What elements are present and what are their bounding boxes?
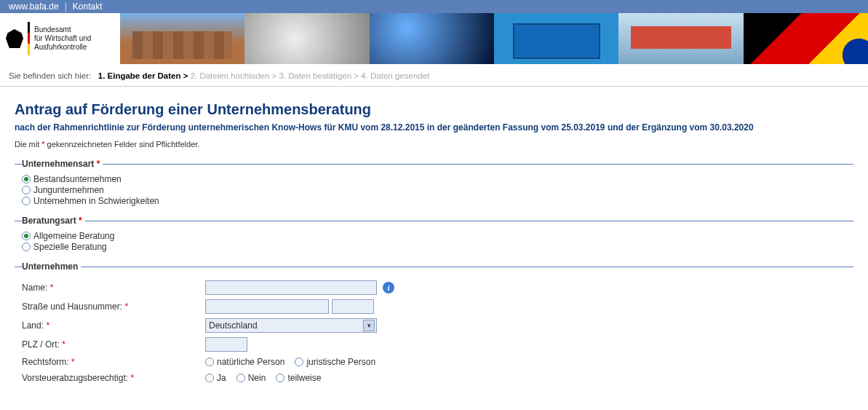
label-land: Land: * bbox=[22, 320, 205, 331]
radio-label: Spezielle Beratung bbox=[33, 242, 107, 252]
radio-label: Jungunternehmen bbox=[33, 185, 104, 195]
radio-icon bbox=[295, 358, 303, 366]
banner-image bbox=[120, 13, 244, 64]
radio-natuerliche-person[interactable]: natürliche Person bbox=[205, 357, 284, 367]
banner-image bbox=[744, 13, 868, 64]
radio-icon bbox=[205, 374, 214, 382]
top-bar: www.bafa.de | Kontakt bbox=[0, 0, 868, 13]
radio-label: natürliche Person bbox=[217, 357, 284, 367]
label-vorsteuer: Vorsteuerabzugsberechtigt: * bbox=[22, 373, 205, 383]
label-plz-ort: PLZ / Ort: * bbox=[22, 339, 205, 350]
breadcrumb-prefix: Sie befinden sich hier: bbox=[9, 71, 91, 80]
label-name: Name: * bbox=[22, 283, 205, 293]
site-link[interactable]: www.bafa.de bbox=[9, 1, 59, 12]
banner-image bbox=[244, 13, 369, 64]
page-subtitle: nach der Rahmenrichtlinie zur Förderung … bbox=[15, 122, 853, 133]
fieldset-unternehmensart: Unternehmensart * Bestandsunternehmen Ju… bbox=[15, 159, 853, 207]
legend-unternehmen: Unternehmen bbox=[22, 261, 81, 272]
separator: | bbox=[65, 1, 67, 12]
breadcrumb-step-2: 2. Dateien hochladen > bbox=[191, 71, 277, 80]
page-title: Antrag auf Förderung einer Unternehmensb… bbox=[15, 101, 853, 118]
breadcrumb-step-1: 1. Eingabe der Daten > bbox=[98, 71, 188, 80]
legend-unternehmensart: Unternehmensart * bbox=[22, 159, 103, 169]
banner-image bbox=[370, 13, 494, 64]
label-rechtsform: Rechtsform: * bbox=[22, 357, 205, 367]
logo-text: Bundesamt für Wirtschaft und Ausfuhrkont… bbox=[34, 25, 91, 52]
info-icon[interactable]: i bbox=[383, 282, 394, 293]
legend-beratungsart: Beratungsart * bbox=[22, 216, 85, 226]
radio-allgemeine-beratung[interactable]: Allgemeine Beratung bbox=[22, 231, 853, 241]
radio-label: Allgemeine Beratung bbox=[33, 231, 114, 241]
radio-vorsteuer-nein[interactable]: Nein bbox=[236, 373, 266, 383]
input-name[interactable] bbox=[205, 280, 377, 295]
radio-jungunternehmen[interactable]: Jungunternehmen bbox=[22, 185, 853, 195]
breadcrumb: Sie befinden sich hier: 1. Eingabe der D… bbox=[0, 64, 868, 87]
banner-images bbox=[120, 13, 868, 64]
contact-link[interactable]: Kontakt bbox=[73, 1, 103, 12]
radio-icon bbox=[276, 374, 284, 382]
select-value: Deutschland bbox=[209, 320, 258, 331]
banner-image bbox=[494, 13, 618, 64]
radio-label: teilweise bbox=[287, 373, 321, 383]
chevron-down-icon: ▾ bbox=[363, 320, 375, 331]
radio-icon bbox=[22, 197, 31, 205]
eagle-icon bbox=[6, 29, 23, 48]
select-land[interactable]: Deutschland ▾ bbox=[205, 318, 377, 333]
input-strasse[interactable] bbox=[205, 299, 329, 314]
radio-label: Nein bbox=[248, 373, 266, 383]
radio-spezielle-beratung[interactable]: Spezielle Beratung bbox=[22, 242, 853, 252]
radio-icon bbox=[22, 232, 31, 240]
radio-icon bbox=[22, 175, 31, 184]
radio-juristische-person[interactable]: juristische Person bbox=[295, 357, 375, 367]
radio-vorsteuer-ja[interactable]: Ja bbox=[205, 373, 226, 383]
breadcrumb-step-4: 4. Daten gesendet bbox=[361, 71, 429, 80]
header-banner: Bundesamt für Wirtschaft und Ausfuhrkont… bbox=[0, 13, 868, 64]
radio-label: Unternehmen in Schwierigkeiten bbox=[33, 196, 159, 206]
radio-label: juristische Person bbox=[306, 357, 375, 367]
logo-line2: für Wirtschaft und bbox=[34, 34, 91, 43]
flag-bar-icon bbox=[28, 22, 30, 55]
radio-icon bbox=[22, 186, 31, 194]
radio-bestandsunternehmen[interactable]: Bestandsunternehmen bbox=[22, 174, 853, 184]
content: Antrag auf Förderung einer Unternehmensb… bbox=[0, 87, 868, 406]
label-strasse: Straße und Hausnummer: * bbox=[22, 301, 205, 312]
banner-image bbox=[618, 13, 743, 64]
radio-label: Ja bbox=[217, 373, 226, 383]
logo-line3: Ausfuhrkontrolle bbox=[34, 43, 91, 52]
radio-icon bbox=[205, 358, 214, 366]
input-plz[interactable] bbox=[205, 337, 247, 352]
logo: Bundesamt für Wirtschaft und Ausfuhrkont… bbox=[0, 13, 120, 64]
input-hausnummer[interactable] bbox=[332, 299, 374, 314]
required-hint: Die mit * gekennzeichneten Felder sind P… bbox=[15, 140, 853, 149]
radio-unternehmen-schwierigkeiten[interactable]: Unternehmen in Schwierigkeiten bbox=[22, 196, 853, 206]
radio-vorsteuer-teilweise[interactable]: teilweise bbox=[276, 373, 321, 383]
fieldset-beratungsart: Beratungsart * Allgemeine Beratung Spezi… bbox=[15, 216, 853, 253]
radio-icon bbox=[236, 374, 245, 382]
logo-line1: Bundesamt bbox=[34, 25, 91, 34]
fieldset-unternehmen: Unternehmen Name: * i Straße und Hausnum… bbox=[15, 261, 853, 388]
breadcrumb-step-3: 3. Daten bestätigen > bbox=[279, 71, 359, 80]
radio-icon bbox=[22, 243, 31, 251]
radio-label: Bestandsunternehmen bbox=[33, 174, 122, 184]
